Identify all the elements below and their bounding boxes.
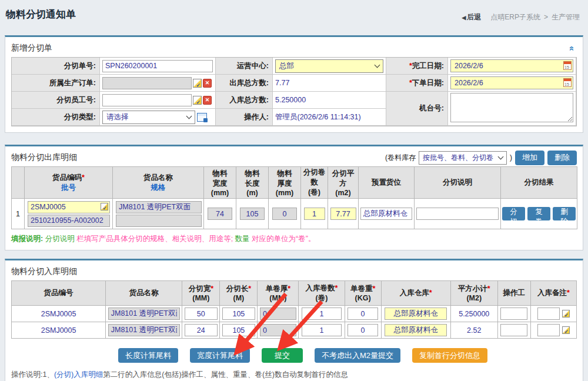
col-rolls: 分切卷数(卷)	[301, 167, 328, 199]
rolls-input[interactable]	[304, 208, 325, 220]
crumb-app[interactable]: 点晴ERP子系统	[490, 12, 540, 22]
col-in-rolls: 入库卷数*(卷)	[299, 281, 345, 306]
operator-input[interactable]	[500, 324, 527, 336]
page-title: 物料分切通知单	[6, 8, 76, 21]
order-no-input[interactable]	[102, 60, 213, 72]
col-area-subtotal: 平方小计*(M2)	[450, 281, 497, 306]
col-warehouse: 入库仓库*	[381, 281, 450, 306]
picker-icon[interactable]	[562, 310, 570, 317]
cut-width-input[interactable]	[185, 324, 218, 336]
outbound-panel: 物料分切出库明细 (卷料库存 按批号、卷料、分切卷 ) 增加 删除 货品编码* …	[5, 145, 583, 250]
spec-link[interactable]: 规格	[114, 183, 202, 193]
center-select[interactable]: 总部	[275, 59, 383, 73]
stock-prefix: (卷料库存	[385, 153, 416, 163]
length-input[interactable]	[240, 208, 265, 220]
add-row-button[interactable]: 增加	[515, 151, 544, 165]
picker-icon[interactable]	[193, 79, 202, 88]
machine-textarea[interactable]	[450, 93, 573, 122]
crumb-page[interactable]: 生产管理	[552, 12, 580, 22]
roll-thick-input[interactable]	[260, 324, 296, 336]
outbound-row: 1	[12, 199, 577, 229]
location-input[interactable]	[360, 208, 412, 220]
warehouse-input[interactable]	[385, 324, 447, 336]
operation-note: 操作说明:1、(分切)入库明细第二行的入库信息(包括)操作工、属性、重量、卷(丝…	[11, 370, 577, 380]
col-roll-weight: 单卷重*(KG)	[345, 281, 381, 306]
desc-input[interactable]	[416, 208, 499, 220]
chevron-down-icon	[498, 153, 504, 159]
in-rolls-input[interactable]	[302, 324, 342, 336]
picker-icon[interactable]	[193, 96, 202, 105]
picker-icon[interactable]	[562, 326, 570, 334]
width-input[interactable]	[208, 208, 232, 220]
back-icon	[462, 13, 466, 21]
center-label: 运营中心:	[216, 58, 273, 75]
delete-row-button[interactable]: 删除	[547, 151, 577, 165]
prod-order-label: 所属生产订单:	[12, 75, 100, 92]
calendar-icon[interactable]	[563, 78, 572, 87]
col-remark: 入库备注*	[530, 281, 576, 306]
section-title-outbound: 物料分切出库明细	[11, 152, 77, 163]
code-input[interactable]	[28, 201, 110, 213]
outbound-total-label: 出库总方数:	[216, 75, 273, 92]
inbound-panel: 物料分切入库明细 货品编号 货品名称 分切宽*(MM) 分切长*(M) 单卷厚*…	[5, 259, 583, 381]
cut-button[interactable]: 分切	[502, 207, 525, 220]
clear-icon[interactable]	[203, 96, 212, 105]
name-input[interactable]	[108, 324, 180, 336]
submit-ignore-m2-button[interactable]: 不考虑出入M2量提交	[315, 348, 400, 363]
roll-weight-input[interactable]	[348, 324, 378, 336]
stock-suffix: )	[510, 153, 512, 162]
roll-weight-input[interactable]	[348, 308, 378, 320]
spec-input[interactable]	[116, 215, 202, 227]
picker-icon[interactable]	[101, 203, 108, 210]
order-no-label: 分切单号:	[12, 58, 100, 75]
cut-length-input[interactable]	[222, 324, 255, 336]
copy-first-row-button[interactable]: 复制首行分切信息	[412, 348, 487, 363]
operator-input[interactable]	[500, 308, 527, 320]
top-bar: 物料分切通知单 后退 点晴ERP子系统 > 生产管理	[0, 0, 588, 28]
cut-width-input[interactable]	[185, 308, 218, 320]
area-input[interactable]	[330, 208, 356, 220]
batch-input[interactable]	[28, 215, 110, 227]
clear-icon[interactable]	[203, 79, 212, 88]
back-button[interactable]: 后退	[462, 12, 481, 22]
order-date-input[interactable]: 2026/2/6	[450, 76, 573, 89]
prod-order-input[interactable]	[102, 77, 192, 89]
section-title-inbound: 物料分切入库明细	[11, 266, 77, 277]
chevron-down-icon	[186, 113, 192, 119]
calc-length-tail-button[interactable]: 长度计算尾料	[118, 348, 178, 363]
calc-width-tail-button[interactable]: 宽度计算尾料	[190, 348, 250, 363]
row-delete-button[interactable]: 删除	[553, 207, 576, 220]
batch-link[interactable]: 批号	[26, 183, 111, 193]
notes-icon[interactable]	[197, 113, 207, 122]
code-text: 2SMJ0005	[12, 322, 106, 339]
name-input[interactable]	[116, 201, 202, 213]
col-length: 物料长度(m)	[236, 167, 269, 199]
collapse-icon[interactable]	[567, 46, 577, 51]
in-rolls-input[interactable]	[302, 308, 342, 320]
row-index: 1	[12, 199, 25, 229]
remark-input[interactable]	[537, 308, 560, 320]
cut-type-label: 分切类型:	[12, 109, 100, 126]
col-width: 物料宽度(mm)	[204, 167, 236, 199]
roll-thick-input[interactable]	[260, 308, 296, 320]
thick-input[interactable]	[272, 208, 297, 220]
submit-button[interactable]: 提交	[262, 348, 303, 363]
rewind-button[interactable]: 复卷	[527, 207, 550, 220]
remark-input[interactable]	[537, 324, 560, 336]
inbound-row: 2SMJ0005 5.250000	[12, 306, 577, 322]
inbound-total-label: 入库总方数:	[216, 92, 273, 109]
col-cut-length: 分切长*(M)	[220, 281, 258, 306]
calendar-icon[interactable]	[563, 61, 572, 70]
cut-type-select[interactable]: 请选择	[102, 111, 195, 124]
col-code: 货品编号	[12, 281, 106, 306]
outbound-total-value: 7.77	[275, 79, 289, 87]
col-code: 货品编码* 批号	[25, 167, 113, 199]
warehouse-input[interactable]	[385, 308, 447, 320]
name-input[interactable]	[108, 308, 180, 320]
cutter-input[interactable]	[102, 94, 192, 106]
section-title-new-order: 新增分切单	[11, 43, 52, 54]
finish-date-input[interactable]: 2026/2/6	[450, 59, 573, 72]
breadcrumb: 后退 点晴ERP子系统 > 生产管理	[462, 12, 580, 22]
cut-length-input[interactable]	[222, 308, 255, 320]
stock-mode-select[interactable]: 按批号、卷料、分切卷	[419, 151, 507, 165]
